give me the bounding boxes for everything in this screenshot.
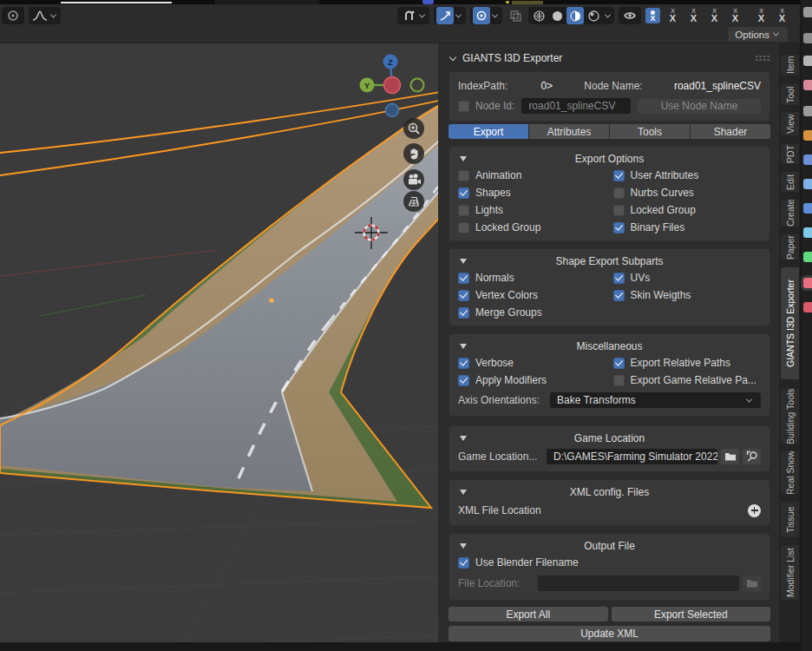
export-all-button[interactable]: Export All [449, 607, 608, 621]
properties-tab-icon-active[interactable] [803, 278, 812, 288]
update-xml-button[interactable]: Update XML [449, 626, 770, 641]
properties-tab-icon[interactable] [803, 106, 812, 116]
checkbox-merge-groups[interactable]: Merge Groups [458, 304, 606, 321]
zoom-tool-button[interactable] [403, 118, 424, 139]
unknown-icon-button[interactable]: XX [753, 9, 769, 23]
checkbox-apply-modifiers[interactable]: Apply Modifiers [458, 372, 606, 389]
checkbox[interactable] [613, 290, 625, 301]
checkbox[interactable] [458, 358, 469, 369]
sidebar-tab-real-snow[interactable]: Real Snow [780, 450, 799, 495]
sidebar-tab-modifier-list[interactable]: Modifier List [780, 544, 799, 601]
checkbox[interactable] [458, 187, 469, 199]
properties-tab-icon[interactable] [803, 80, 812, 90]
properties-tab-icon[interactable] [803, 203, 812, 214]
sidebar-tab-edit[interactable]: Edit [780, 171, 799, 193]
sidebar-tab-tool[interactable]: Tool [780, 83, 799, 106]
checkbox-lights[interactable]: Lights [458, 201, 606, 219]
xray-toggle-button[interactable]: X [645, 8, 660, 23]
properties-tab-icon[interactable] [803, 130, 812, 141]
checkbox-animation[interactable]: Animation [458, 167, 606, 184]
checkbox-export-game-relative[interactable]: Export Game Relative Pa... [613, 372, 762, 389]
checkbox[interactable] [458, 205, 469, 216]
proportional-falloff-dropdown[interactable] [470, 7, 502, 24]
checkbox[interactable] [458, 307, 469, 319]
properties-tab-icon[interactable] [803, 179, 812, 189]
properties-tab-icon[interactable] [803, 302, 812, 312]
game-location-header[interactable]: Game Location [458, 431, 761, 446]
sidebar-tab-tissue[interactable]: Tissue [780, 501, 799, 538]
grid-view-button[interactable] [403, 191, 424, 212]
proportional-edit-toggle-button[interactable] [2, 7, 24, 24]
nav-gizmo[interactable]: Z Y [360, 55, 424, 117]
snap-target-icon[interactable] [436, 7, 454, 24]
gizmo-axis-neg-y[interactable] [411, 79, 424, 92]
checkbox-locked-group-right[interactable]: Locked Group [613, 201, 762, 219]
sidebar-tab-giants-exporter[interactable]: GIANTS I3D Exporter [780, 266, 799, 380]
tab-attributes[interactable]: Attributes [529, 124, 609, 139]
use-node-name-button[interactable]: Use Node Name [638, 99, 761, 114]
properties-tab-icon[interactable] [803, 155, 812, 165]
unknown-icon-button[interactable]: XX [774, 9, 790, 23]
checkbox[interactable] [613, 273, 625, 284]
checkbox-locked-group-left[interactable]: Locked Group [458, 219, 606, 236]
falloff-dropdown[interactable] [29, 7, 61, 24]
checkbox[interactable] [458, 557, 469, 569]
properties-tab-icon[interactable] [803, 227, 812, 238]
proportional-falloff-icon[interactable] [473, 7, 490, 24]
sidebar-tab-create[interactable]: Create [780, 199, 799, 227]
snap-dropdown[interactable] [397, 7, 429, 24]
checkbox[interactable] [613, 170, 625, 181]
bell-curve-icon[interactable] [31, 7, 49, 24]
chevron-down-icon[interactable] [50, 11, 56, 17]
unknown-icon-button[interactable]: XX [665, 9, 681, 23]
shape-subparts-header[interactable]: Shape Export Subparts [458, 253, 761, 269]
spline-control-point[interactable] [269, 298, 273, 302]
sidebar-tab-view[interactable]: View [780, 111, 799, 136]
sidebar-tab-pdt[interactable]: PDT [780, 143, 799, 165]
pan-tool-button[interactable] [403, 143, 424, 164]
snap-target-dropdown[interactable] [434, 7, 466, 24]
checkbox-vertex-colors[interactable]: Vertex Colors [458, 286, 606, 304]
checkbox-uvs[interactable]: UVs [613, 269, 762, 286]
output-file-header[interactable]: Output File [458, 538, 761, 554]
checkbox[interactable] [613, 222, 625, 233]
checkbox[interactable] [458, 290, 469, 301]
unknown-icon-button[interactable]: XX [685, 9, 702, 23]
panel-drag-grip[interactable] [755, 55, 770, 62]
checkbox-verbose[interactable]: Verbose [458, 354, 606, 372]
magnet-icon[interactable] [400, 7, 417, 24]
duplicate-icon[interactable] [507, 7, 524, 24]
checkbox[interactable] [613, 375, 625, 386]
checkbox-binary-files[interactable]: Binary Files [613, 219, 762, 236]
checkbox[interactable] [613, 358, 625, 369]
properties-tab-icon[interactable] [803, 252, 812, 262]
node-id-field[interactable]: road01_splineCSV [521, 98, 631, 114]
tab-tools[interactable]: Tools [610, 124, 690, 139]
tab-export[interactable]: Export [449, 124, 528, 139]
shading-solid-icon[interactable] [548, 7, 566, 24]
detect-game-path-button[interactable] [743, 449, 761, 464]
checkbox-shapes[interactable]: Shapes [458, 184, 606, 201]
axis-orientations-dropdown[interactable]: Bake Transforms [550, 392, 761, 408]
checkbox-user-attributes[interactable]: User Attributes [613, 167, 762, 184]
open-folder-button-disabled[interactable] [743, 575, 761, 591]
sidebar-tab-building-tools[interactable]: Building Tools [780, 388, 799, 444]
checkbox[interactable] [613, 187, 625, 199]
tab-shader[interactable]: Shader [691, 124, 770, 139]
chevron-down-icon[interactable] [455, 11, 462, 17]
unknown-icon-button[interactable]: XX [727, 9, 743, 23]
properties-tab-icon[interactable] [803, 7, 812, 17]
chevron-down-icon[interactable] [605, 11, 611, 17]
shading-rendered-icon[interactable] [585, 7, 602, 24]
properties-tab-icon[interactable] [803, 33, 812, 43]
unknown-icon-button[interactable]: XX [706, 9, 723, 23]
properties-tab-icon[interactable] [803, 56, 812, 66]
gizmo-axis-x[interactable] [384, 77, 401, 94]
shading-material-icon[interactable] [566, 7, 584, 24]
xml-config-header[interactable]: XML config. Files [458, 484, 761, 500]
checkbox-nurbs-curves[interactable]: Nurbs Curves [613, 184, 762, 201]
add-xml-file-button[interactable] [748, 504, 761, 517]
game-location-field[interactable]: D:\GAMES\Farming Simulator 2022\ [547, 449, 717, 464]
sidebar-tab-item[interactable]: Item [780, 54, 799, 76]
miscellaneous-header[interactable]: Miscellaneous [458, 339, 761, 354]
